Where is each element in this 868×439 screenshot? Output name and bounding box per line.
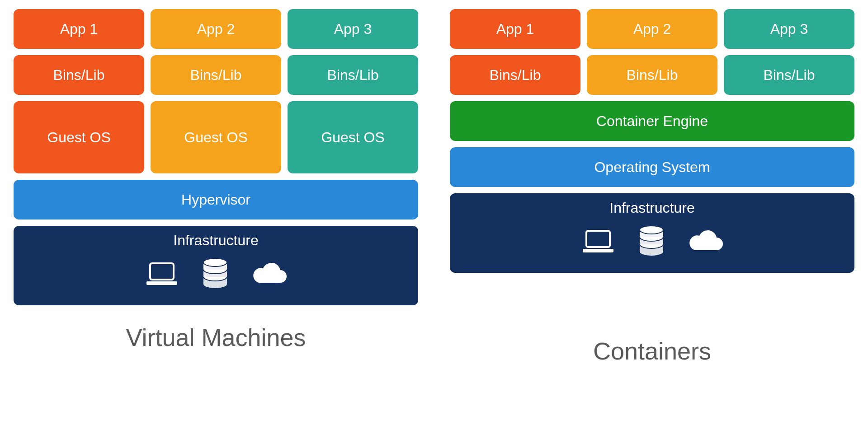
ct-container-engine: Container Engine [450,101,854,141]
svg-rect-4 [586,231,610,247]
ct-title: Containers [450,337,854,365]
ct-infrastructure: Infrastructure [450,193,854,273]
laptop-icon [144,261,180,288]
ct-bins-1: Bins/Lib [450,55,580,95]
ct-infra-row: Infrastructure [450,193,854,273]
ct-spacer [450,279,854,325]
vm-infra-row: Infrastructure [14,226,418,305]
ct-os-row: Operating System [450,147,854,187]
vm-guest-3: Guest OS [288,101,418,173]
vm-bins-3: Bins/Lib [288,55,418,95]
ct-app-1: App 1 [450,9,580,49]
vm-guest-2: Guest OS [151,101,281,173]
ct-stack: App 1 App 2 App 3 Bins/Lib Bins/Lib Bins… [450,9,854,430]
ct-apps-row: App 1 App 2 App 3 [450,9,854,49]
ct-operating-system: Operating System [450,147,854,187]
vm-bins-row: Bins/Lib Bins/Lib Bins/Lib [14,55,418,95]
vm-bins-1: Bins/Lib [14,55,144,95]
laptop-icon [580,228,616,255]
vm-infra-icons [144,258,288,290]
vm-hypervisor: Hypervisor [14,180,418,220]
ct-infra-icons [580,225,725,258]
vm-app-2: App 2 [151,9,281,49]
vm-title: Virtual Machines [14,323,418,351]
vm-infrastructure: Infrastructure [14,226,418,305]
vm-infra-label: Infrastructure [173,232,259,249]
ct-bins-2: Bins/Lib [587,55,717,95]
svg-rect-0 [150,263,174,280]
cloud-icon [250,262,288,286]
ct-app-2: App 2 [587,9,717,49]
vm-app-1: App 1 [14,9,144,49]
database-icon [201,258,230,290]
vm-stack: App 1 App 2 App 3 Bins/Lib Bins/Lib Bins… [14,9,418,430]
vm-bins-2: Bins/Lib [151,55,281,95]
svg-rect-1 [146,281,177,285]
svg-rect-5 [583,249,613,252]
ct-engine-row: Container Engine [450,101,854,141]
database-icon [637,225,666,258]
vm-guest-row: Guest OS Guest OS Guest OS [14,101,418,173]
vm-guest-1: Guest OS [14,101,144,173]
ct-bins-3: Bins/Lib [724,55,854,95]
ct-bins-row: Bins/Lib Bins/Lib Bins/Lib [450,55,854,95]
vm-apps-row: App 1 App 2 App 3 [14,9,418,49]
vm-hypervisor-row: Hypervisor [14,180,418,220]
ct-infra-label: Infrastructure [609,200,695,216]
ct-app-3: App 3 [724,9,854,49]
vm-app-3: App 3 [288,9,418,49]
cloud-icon [687,229,725,254]
